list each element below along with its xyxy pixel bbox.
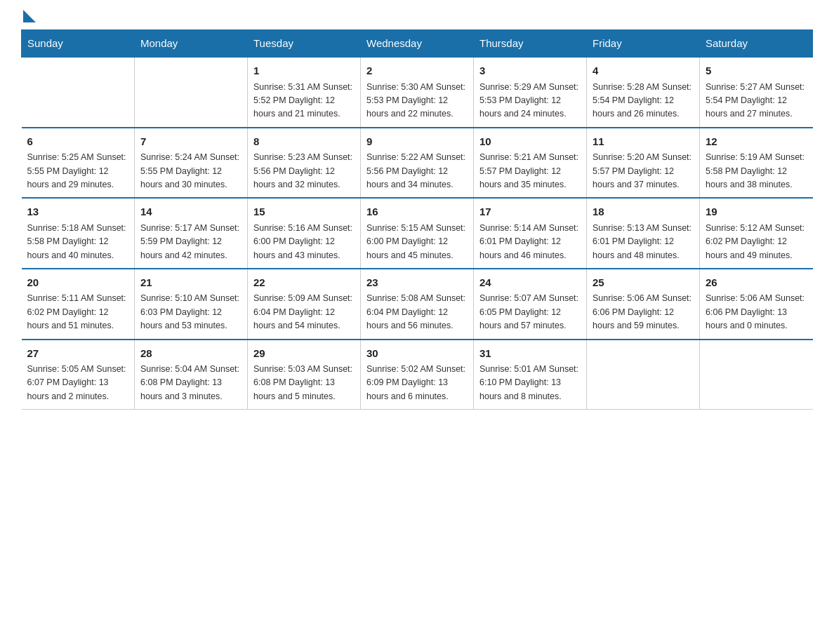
day-info: Sunrise: 5:19 AM Sunset: 5:58 PM Dayligh… [706, 151, 807, 192]
calendar-cell [587, 340, 700, 410]
day-info: Sunrise: 5:24 AM Sunset: 5:55 PM Dayligh… [140, 151, 241, 192]
day-number: 7 [140, 134, 241, 150]
day-number: 17 [479, 204, 581, 220]
day-info: Sunrise: 5:23 AM Sunset: 5:56 PM Dayligh… [253, 151, 355, 192]
day-number: 5 [706, 63, 807, 79]
day-number: 12 [706, 134, 807, 150]
header-day-friday: Friday [587, 30, 700, 58]
day-info: Sunrise: 5:27 AM Sunset: 5:54 PM Dayligh… [706, 81, 807, 121]
calendar-cell: 16Sunrise: 5:15 AM Sunset: 6:00 PM Dayli… [361, 198, 474, 269]
calendar-cell: 31Sunrise: 5:01 AM Sunset: 6:10 PM Dayli… [474, 340, 587, 410]
calendar-cell: 27Sunrise: 5:05 AM Sunset: 6:07 PM Dayli… [22, 340, 135, 410]
logo-triangle-icon [23, 10, 36, 22]
week-row-4: 20Sunrise: 5:11 AM Sunset: 6:02 PM Dayli… [22, 269, 813, 340]
header-day-tuesday: Tuesday [248, 30, 361, 58]
header-day-thursday: Thursday [474, 30, 587, 58]
day-info: Sunrise: 5:05 AM Sunset: 6:07 PM Dayligh… [27, 363, 129, 403]
day-number: 16 [366, 204, 468, 220]
week-row-5: 27Sunrise: 5:05 AM Sunset: 6:07 PM Dayli… [22, 340, 813, 410]
day-info: Sunrise: 5:16 AM Sunset: 6:00 PM Dayligh… [253, 222, 355, 262]
logo [21, 14, 36, 22]
calendar-cell: 28Sunrise: 5:04 AM Sunset: 6:08 PM Dayli… [135, 340, 248, 410]
calendar-table: SundayMondayTuesdayWednesdayThursdayFrid… [21, 29, 813, 410]
day-info: Sunrise: 5:07 AM Sunset: 6:05 PM Dayligh… [479, 292, 581, 333]
calendar-cell: 15Sunrise: 5:16 AM Sunset: 6:00 PM Dayli… [248, 198, 361, 269]
day-number: 21 [140, 275, 241, 291]
calendar-cell: 6Sunrise: 5:25 AM Sunset: 5:55 PM Daylig… [22, 128, 135, 199]
day-info: Sunrise: 5:21 AM Sunset: 5:57 PM Dayligh… [479, 151, 581, 192]
calendar-cell: 25Sunrise: 5:06 AM Sunset: 6:06 PM Dayli… [587, 269, 700, 340]
calendar-header: SundayMondayTuesdayWednesdayThursdayFrid… [22, 30, 813, 58]
day-info: Sunrise: 5:04 AM Sunset: 6:08 PM Dayligh… [140, 363, 241, 403]
day-info: Sunrise: 5:18 AM Sunset: 5:58 PM Dayligh… [27, 222, 129, 262]
header-day-saturday: Saturday [700, 30, 813, 58]
header-day-wednesday: Wednesday [361, 30, 474, 58]
day-number: 3 [479, 63, 581, 79]
day-number: 30 [366, 346, 468, 362]
day-number: 2 [366, 63, 468, 79]
day-number: 13 [27, 204, 129, 220]
day-info: Sunrise: 5:09 AM Sunset: 6:04 PM Dayligh… [253, 292, 355, 333]
day-number: 29 [253, 346, 355, 362]
day-number: 22 [253, 275, 355, 291]
day-info: Sunrise: 5:03 AM Sunset: 6:08 PM Dayligh… [253, 363, 355, 403]
calendar-cell: 8Sunrise: 5:23 AM Sunset: 5:56 PM Daylig… [248, 128, 361, 199]
calendar-cell: 7Sunrise: 5:24 AM Sunset: 5:55 PM Daylig… [135, 128, 248, 199]
day-number: 28 [140, 346, 241, 362]
day-number: 10 [479, 134, 581, 150]
calendar-cell: 30Sunrise: 5:02 AM Sunset: 6:09 PM Dayli… [361, 340, 474, 410]
day-number: 8 [253, 134, 355, 150]
calendar-cell: 12Sunrise: 5:19 AM Sunset: 5:58 PM Dayli… [700, 128, 813, 199]
day-number: 6 [27, 134, 129, 150]
day-info: Sunrise: 5:13 AM Sunset: 6:01 PM Dayligh… [593, 222, 694, 262]
calendar-cell: 24Sunrise: 5:07 AM Sunset: 6:05 PM Dayli… [474, 269, 587, 340]
day-info: Sunrise: 5:10 AM Sunset: 6:03 PM Dayligh… [140, 292, 241, 333]
day-info: Sunrise: 5:22 AM Sunset: 5:56 PM Dayligh… [366, 151, 468, 192]
day-number: 4 [593, 63, 694, 79]
day-number: 27 [27, 346, 129, 362]
day-info: Sunrise: 5:06 AM Sunset: 6:06 PM Dayligh… [706, 292, 807, 333]
day-number: 24 [479, 275, 581, 291]
calendar-cell: 22Sunrise: 5:09 AM Sunset: 6:04 PM Dayli… [248, 269, 361, 340]
day-info: Sunrise: 5:28 AM Sunset: 5:54 PM Dayligh… [593, 81, 694, 121]
calendar-cell: 10Sunrise: 5:21 AM Sunset: 5:57 PM Dayli… [474, 128, 587, 199]
calendar-cell: 19Sunrise: 5:12 AM Sunset: 6:02 PM Dayli… [700, 198, 813, 269]
calendar-cell: 20Sunrise: 5:11 AM Sunset: 6:02 PM Dayli… [22, 269, 135, 340]
day-info: Sunrise: 5:06 AM Sunset: 6:06 PM Dayligh… [593, 292, 694, 333]
day-info: Sunrise: 5:12 AM Sunset: 6:02 PM Dayligh… [706, 222, 807, 262]
day-info: Sunrise: 5:14 AM Sunset: 6:01 PM Dayligh… [479, 222, 581, 262]
header-day-sunday: Sunday [22, 30, 135, 58]
svg-marker-0 [23, 10, 36, 22]
day-info: Sunrise: 5:20 AM Sunset: 5:57 PM Dayligh… [593, 151, 694, 192]
day-number: 15 [253, 204, 355, 220]
day-info: Sunrise: 5:01 AM Sunset: 6:10 PM Dayligh… [479, 363, 581, 403]
calendar-cell: 17Sunrise: 5:14 AM Sunset: 6:01 PM Dayli… [474, 198, 587, 269]
calendar-cell: 29Sunrise: 5:03 AM Sunset: 6:08 PM Dayli… [248, 340, 361, 410]
day-number: 26 [706, 275, 807, 291]
page-header [21, 14, 813, 22]
calendar-cell: 1Sunrise: 5:31 AM Sunset: 5:52 PM Daylig… [248, 57, 361, 128]
day-info: Sunrise: 5:31 AM Sunset: 5:52 PM Dayligh… [253, 81, 355, 121]
day-info: Sunrise: 5:02 AM Sunset: 6:09 PM Dayligh… [366, 363, 468, 403]
calendar-cell [22, 57, 135, 128]
day-info: Sunrise: 5:11 AM Sunset: 6:02 PM Dayligh… [27, 292, 129, 333]
day-number: 23 [366, 275, 468, 291]
week-row-1: 1Sunrise: 5:31 AM Sunset: 5:52 PM Daylig… [22, 57, 813, 128]
calendar-cell [135, 57, 248, 128]
calendar-cell: 2Sunrise: 5:30 AM Sunset: 5:53 PM Daylig… [361, 57, 474, 128]
day-info: Sunrise: 5:15 AM Sunset: 6:00 PM Dayligh… [366, 222, 468, 262]
day-info: Sunrise: 5:25 AM Sunset: 5:55 PM Dayligh… [27, 151, 129, 192]
day-info: Sunrise: 5:29 AM Sunset: 5:53 PM Dayligh… [479, 81, 581, 121]
calendar-cell: 13Sunrise: 5:18 AM Sunset: 5:58 PM Dayli… [22, 198, 135, 269]
day-info: Sunrise: 5:17 AM Sunset: 5:59 PM Dayligh… [140, 222, 241, 262]
calendar-cell: 18Sunrise: 5:13 AM Sunset: 6:01 PM Dayli… [587, 198, 700, 269]
day-number: 11 [593, 134, 694, 150]
week-row-3: 13Sunrise: 5:18 AM Sunset: 5:58 PM Dayli… [22, 198, 813, 269]
calendar-cell: 23Sunrise: 5:08 AM Sunset: 6:04 PM Dayli… [361, 269, 474, 340]
header-row: SundayMondayTuesdayWednesdayThursdayFrid… [22, 30, 813, 58]
week-row-2: 6Sunrise: 5:25 AM Sunset: 5:55 PM Daylig… [22, 128, 813, 199]
day-number: 25 [593, 275, 694, 291]
calendar-cell: 26Sunrise: 5:06 AM Sunset: 6:06 PM Dayli… [700, 269, 813, 340]
calendar-cell: 11Sunrise: 5:20 AM Sunset: 5:57 PM Dayli… [587, 128, 700, 199]
calendar-cell: 3Sunrise: 5:29 AM Sunset: 5:53 PM Daylig… [474, 57, 587, 128]
